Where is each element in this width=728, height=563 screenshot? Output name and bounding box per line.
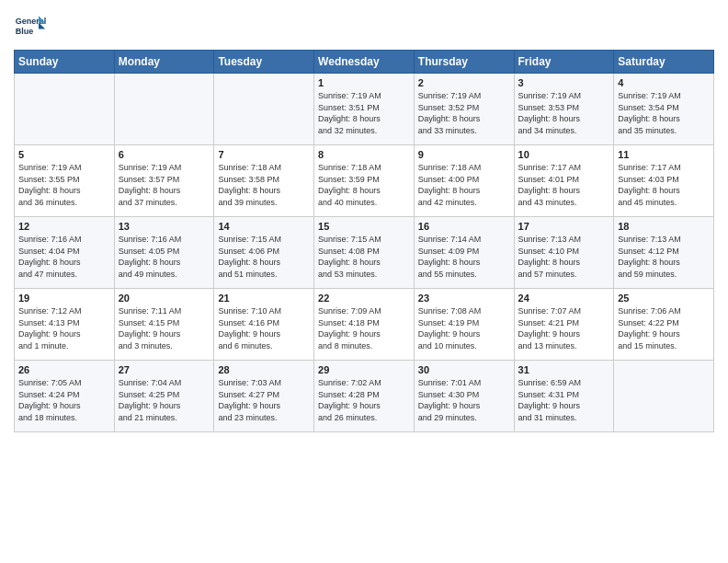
day-number: 29 [318,364,410,375]
header-day-saturday: Saturday [614,51,714,74]
calendar-cell: 14Sunrise: 7:15 AM Sunset: 4:06 PM Dayli… [214,217,314,289]
header-day-friday: Friday [514,51,614,74]
day-info: Sunrise: 7:01 AM Sunset: 4:30 PM Dayligh… [418,377,510,423]
day-info: Sunrise: 7:04 AM Sunset: 4:25 PM Dayligh… [119,377,210,423]
day-number: 21 [218,293,310,304]
day-info: Sunrise: 7:17 AM Sunset: 4:01 PM Dayligh… [518,162,610,208]
day-number: 20 [119,293,210,304]
week-row-4: 19Sunrise: 7:12 AM Sunset: 4:13 PM Dayli… [15,289,714,361]
calendar-cell: 3Sunrise: 7:19 AM Sunset: 3:53 PM Daylig… [514,74,614,145]
day-number: 16 [418,221,510,232]
calendar-cell: 6Sunrise: 7:19 AM Sunset: 3:57 PM Daylig… [114,145,214,217]
day-number: 24 [518,293,610,304]
day-number: 5 [18,149,110,160]
day-number: 14 [218,221,310,232]
calendar-cell: 27Sunrise: 7:04 AM Sunset: 4:25 PM Dayli… [114,361,214,432]
day-number: 1 [318,77,410,88]
day-number: 17 [518,221,610,232]
day-number: 10 [518,149,610,160]
day-info: Sunrise: 7:05 AM Sunset: 4:24 PM Dayligh… [18,377,110,423]
calendar-cell [114,74,214,145]
calendar-cell: 12Sunrise: 7:16 AM Sunset: 4:04 PM Dayli… [15,217,115,289]
calendar-table: SundayMondayTuesdayWednesdayThursdayFrid… [14,50,714,432]
day-number: 6 [119,149,210,160]
calendar-cell: 8Sunrise: 7:18 AM Sunset: 3:59 PM Daylig… [314,145,415,217]
calendar-cell: 21Sunrise: 7:10 AM Sunset: 4:16 PM Dayli… [214,289,314,361]
day-number: 25 [618,293,710,304]
calendar-cell: 31Sunrise: 6:59 AM Sunset: 4:31 PM Dayli… [514,361,614,432]
day-info: Sunrise: 7:15 AM Sunset: 4:08 PM Dayligh… [318,234,410,280]
calendar-cell: 29Sunrise: 7:02 AM Sunset: 4:28 PM Dayli… [314,361,415,432]
page-container: General Blue SundayMondayTuesdayWednesda… [0,0,728,437]
calendar-cell: 2Sunrise: 7:19 AM Sunset: 3:52 PM Daylig… [414,74,514,145]
logo: General Blue [14,9,47,42]
day-info: Sunrise: 7:07 AM Sunset: 4:21 PM Dayligh… [518,305,610,351]
calendar-cell [614,361,714,432]
calendar-cell: 20Sunrise: 7:11 AM Sunset: 4:15 PM Dayli… [114,289,214,361]
week-row-3: 12Sunrise: 7:16 AM Sunset: 4:04 PM Dayli… [15,217,714,289]
day-number: 22 [318,293,410,304]
logo-icon: General Blue [14,9,47,42]
day-number: 13 [119,221,210,232]
header-day-thursday: Thursday [414,51,514,74]
day-info: Sunrise: 7:19 AM Sunset: 3:52 PM Dayligh… [418,90,510,136]
day-info: Sunrise: 7:19 AM Sunset: 3:55 PM Dayligh… [18,162,110,208]
calendar-cell: 26Sunrise: 7:05 AM Sunset: 4:24 PM Dayli… [15,361,115,432]
calendar-cell: 13Sunrise: 7:16 AM Sunset: 4:05 PM Dayli… [114,217,214,289]
day-number: 26 [18,364,110,375]
calendar-cell: 30Sunrise: 7:01 AM Sunset: 4:30 PM Dayli… [414,361,514,432]
day-info: Sunrise: 7:17 AM Sunset: 4:03 PM Dayligh… [618,162,710,208]
calendar-cell: 23Sunrise: 7:08 AM Sunset: 4:19 PM Dayli… [414,289,514,361]
day-info: Sunrise: 7:19 AM Sunset: 3:51 PM Dayligh… [318,90,410,136]
day-info: Sunrise: 7:18 AM Sunset: 4:00 PM Dayligh… [418,162,510,208]
calendar-cell: 24Sunrise: 7:07 AM Sunset: 4:21 PM Dayli… [514,289,614,361]
week-row-1: 1Sunrise: 7:19 AM Sunset: 3:51 PM Daylig… [15,74,714,145]
calendar-cell: 15Sunrise: 7:15 AM Sunset: 4:08 PM Dayli… [314,217,415,289]
calendar-cell: 25Sunrise: 7:06 AM Sunset: 4:22 PM Dayli… [614,289,714,361]
day-info: Sunrise: 7:13 AM Sunset: 4:12 PM Dayligh… [618,234,710,280]
day-info: Sunrise: 7:18 AM Sunset: 3:59 PM Dayligh… [318,162,410,208]
calendar-cell: 19Sunrise: 7:12 AM Sunset: 4:13 PM Dayli… [15,289,115,361]
day-info: Sunrise: 7:19 AM Sunset: 3:57 PM Dayligh… [119,162,210,208]
calendar-cell: 28Sunrise: 7:03 AM Sunset: 4:27 PM Dayli… [214,361,314,432]
day-number: 19 [18,293,110,304]
day-info: Sunrise: 6:59 AM Sunset: 4:31 PM Dayligh… [518,377,610,423]
header-day-sunday: Sunday [15,51,115,74]
day-info: Sunrise: 7:15 AM Sunset: 4:06 PM Dayligh… [218,234,310,280]
day-info: Sunrise: 7:16 AM Sunset: 4:05 PM Dayligh… [119,234,210,280]
day-number: 31 [518,364,610,375]
day-info: Sunrise: 7:19 AM Sunset: 3:54 PM Dayligh… [618,90,710,136]
calendar-cell: 10Sunrise: 7:17 AM Sunset: 4:01 PM Dayli… [514,145,614,217]
day-info: Sunrise: 7:18 AM Sunset: 3:58 PM Dayligh… [218,162,310,208]
calendar-cell: 22Sunrise: 7:09 AM Sunset: 4:18 PM Dayli… [314,289,415,361]
calendar-cell: 4Sunrise: 7:19 AM Sunset: 3:54 PM Daylig… [614,74,714,145]
day-number: 3 [518,77,610,88]
day-info: Sunrise: 7:03 AM Sunset: 4:27 PM Dayligh… [218,377,310,423]
day-info: Sunrise: 7:13 AM Sunset: 4:10 PM Dayligh… [518,234,610,280]
calendar-cell [15,74,115,145]
day-number: 30 [418,364,510,375]
header-day-wednesday: Wednesday [314,51,415,74]
calendar-cell: 9Sunrise: 7:18 AM Sunset: 4:00 PM Daylig… [414,145,514,217]
day-info: Sunrise: 7:16 AM Sunset: 4:04 PM Dayligh… [18,234,110,280]
day-info: Sunrise: 7:14 AM Sunset: 4:09 PM Dayligh… [418,234,510,280]
day-number: 8 [318,149,410,160]
header-day-monday: Monday [114,51,214,74]
calendar-cell: 11Sunrise: 7:17 AM Sunset: 4:03 PM Dayli… [614,145,714,217]
header-day-tuesday: Tuesday [214,51,314,74]
calendar-cell: 18Sunrise: 7:13 AM Sunset: 4:12 PM Dayli… [614,217,714,289]
day-number: 23 [418,293,510,304]
day-number: 18 [618,221,710,232]
day-number: 27 [119,364,210,375]
day-info: Sunrise: 7:10 AM Sunset: 4:16 PM Dayligh… [218,305,310,351]
day-number: 9 [418,149,510,160]
calendar-cell: 7Sunrise: 7:18 AM Sunset: 3:58 PM Daylig… [214,145,314,217]
calendar-cell: 1Sunrise: 7:19 AM Sunset: 3:51 PM Daylig… [314,74,415,145]
calendar-cell: 5Sunrise: 7:19 AM Sunset: 3:55 PM Daylig… [15,145,115,217]
day-info: Sunrise: 7:19 AM Sunset: 3:53 PM Dayligh… [518,90,610,136]
header-row: SundayMondayTuesdayWednesdayThursdayFrid… [15,51,714,74]
day-number: 2 [418,77,510,88]
day-number: 28 [218,364,310,375]
day-info: Sunrise: 7:09 AM Sunset: 4:18 PM Dayligh… [318,305,410,351]
header: General Blue [14,9,714,42]
